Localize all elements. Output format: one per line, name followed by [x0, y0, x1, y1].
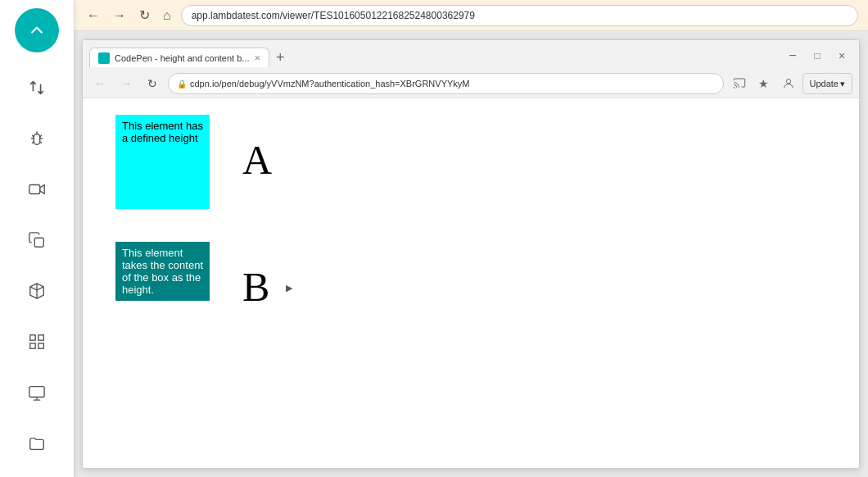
copy-button[interactable]	[15, 218, 59, 262]
maximize-button[interactable]: □	[807, 45, 828, 66]
browser-address-bar[interactable]: 🔒 cdpn.io/pen/debug/yVVmzNM?authenticati…	[168, 73, 724, 94]
box-a-text: This element has a defined height	[122, 120, 203, 144]
svg-rect-0	[29, 185, 40, 194]
video-button[interactable]	[15, 167, 59, 211]
minimize-button[interactable]: −	[782, 45, 803, 66]
screen-button[interactable]	[15, 370, 59, 415]
letter-b: B	[242, 242, 269, 307]
box-b: This element takes the content of the bo…	[115, 242, 210, 301]
tab-favicon	[98, 52, 110, 64]
cast-button[interactable]	[729, 73, 750, 94]
new-tab-button[interactable]: +	[271, 49, 290, 66]
refresh-button[interactable]: ↻	[136, 6, 153, 25]
bug-icon	[28, 129, 46, 148]
top-address-bar: ← → ↻ ⌂	[74, 0, 868, 31]
update-label: Update	[810, 79, 839, 89]
browser-window: CodePen - height and content b... × + − …	[74, 31, 868, 477]
box-button[interactable]	[15, 269, 59, 313]
update-button[interactable]: Update ▾	[802, 73, 852, 94]
browser-url-text: cdpn.io/pen/debug/yVVmzNM?authentication…	[190, 79, 470, 89]
folder-icon	[28, 434, 46, 452]
svg-rect-1	[34, 238, 43, 247]
svg-rect-4	[30, 343, 35, 348]
grid-icon	[28, 333, 46, 351]
forward-button[interactable]: →	[110, 7, 129, 25]
browser-frame: CodePen - height and content b... × + − …	[82, 39, 860, 469]
address-input[interactable]	[181, 5, 858, 26]
sidebar	[0, 0, 74, 477]
swap-button[interactable]	[15, 66, 59, 110]
grid-button[interactable]	[15, 320, 59, 364]
cast-icon	[733, 77, 746, 90]
browser-tab-active[interactable]: CodePen - height and content b... ×	[89, 48, 269, 67]
browser-back-button[interactable]: ←	[89, 73, 111, 94]
browser-action-buttons: ★ Update ▾	[729, 73, 852, 94]
profile-icon	[782, 77, 795, 90]
bug-button[interactable]	[15, 116, 59, 161]
copy-icon	[28, 231, 46, 249]
browser-forward-button[interactable]: →	[115, 73, 137, 94]
profile-button[interactable]	[778, 73, 799, 94]
screen-icon	[28, 384, 46, 402]
chevron-up-icon	[29, 22, 45, 39]
browser-nav-bar: ← → ↻ 🔒 cdpn.io/pen/debug/yVVmzNM?authen…	[83, 70, 859, 98]
swap-icon	[28, 79, 46, 97]
demo-section-a: This element has a defined height A	[115, 115, 826, 209]
back-button[interactable]: ←	[84, 7, 103, 25]
demo-section-b: This element takes the content of the bo…	[115, 242, 826, 307]
tab-label: CodePen - height and content b...	[115, 53, 250, 63]
browser-chrome: CodePen - height and content b... × + − …	[83, 40, 859, 98]
svg-point-7	[786, 80, 790, 84]
box-icon	[28, 282, 46, 300]
svg-rect-3	[38, 335, 43, 340]
folder-button[interactable]	[15, 421, 59, 466]
svg-rect-6	[29, 387, 44, 398]
cursor-position: ▶	[286, 242, 292, 293]
update-chevron: ▾	[840, 79, 845, 89]
tab-close-button[interactable]: ×	[255, 52, 261, 64]
main-content: ← → ↻ ⌂ CodePen - height and content b..…	[74, 0, 868, 477]
browser-tabs: CodePen - height and content b... × + − …	[83, 40, 859, 70]
svg-rect-2	[30, 335, 35, 340]
browser-content: This element has a defined height A This…	[83, 98, 859, 468]
video-icon	[28, 180, 46, 198]
box-b-text: This element takes the content of the bo…	[122, 247, 203, 296]
bookmark-button[interactable]: ★	[753, 73, 775, 94]
letter-a: A	[242, 115, 272, 180]
browser-refresh-button[interactable]: ↻	[142, 73, 163, 94]
home-button[interactable]: ⌂	[160, 7, 174, 25]
scroll-up-button[interactable]	[15, 8, 59, 52]
close-button[interactable]: ×	[831, 45, 852, 66]
lock-icon: 🔒	[177, 80, 187, 89]
svg-rect-5	[38, 343, 43, 348]
box-a: This element has a defined height	[115, 115, 210, 209]
